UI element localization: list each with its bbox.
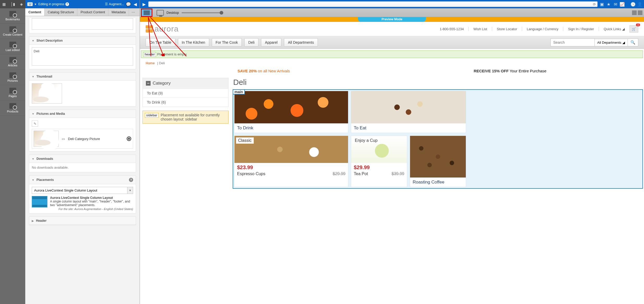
category-box: −Category To Eat (9) To Drink (6) bbox=[143, 78, 228, 107]
expand-right-icon[interactable]: ▶ bbox=[141, 2, 147, 7]
clock-icon[interactable]: 🕓 bbox=[630, 2, 636, 7]
toolbar-icon[interactable] bbox=[632, 10, 637, 15]
promo-bar: SAVE 20% on all New Arrivals RECEIVE 15%… bbox=[140, 67, 644, 75]
rail-create-content[interactable]: Create Content bbox=[0, 24, 25, 39]
preview-mode-chip: Preview Mode bbox=[358, 17, 426, 22]
doc-badge[interactable]: 12 bbox=[27, 2, 33, 6]
section-pictures-media: ▼Pictures and Media ✎ ▭ Deli Category Pi… bbox=[29, 110, 136, 151]
editor-topbar: 12 ▾ Editing in progress ? ☰ Augment... … bbox=[25, 0, 140, 8]
viewport-bar: Desktop bbox=[140, 8, 644, 17]
edit-icon[interactable]: ✎ bbox=[32, 121, 38, 127]
link-signin[interactable]: Sign In / Register bbox=[568, 27, 594, 31]
tabs-more[interactable]: ⋯ bbox=[129, 8, 138, 16]
placement-highlight-toggle[interactable] bbox=[141, 9, 152, 17]
layout-icon bbox=[32, 196, 47, 207]
search-category[interactable]: All Departments ◢ bbox=[595, 39, 628, 46]
placement-sidebar[interactable]: sidebarPlacement not available for curre… bbox=[143, 111, 228, 124]
card-roasting[interactable]: Roasting Coffee bbox=[410, 136, 466, 187]
crumb-home[interactable]: Home bbox=[146, 61, 155, 65]
media-item[interactable]: ▭ Deli Category Picture bbox=[32, 129, 133, 149]
link-storelocator[interactable]: Store Locator bbox=[497, 27, 517, 31]
collapse-left-icon[interactable]: ◀ bbox=[133, 2, 138, 7]
preview-panel: ▶ ⟳ ▣ ★ ✉ 📈 🕓 👤 Desktop Preview Mode bbox=[140, 0, 644, 304]
rail-products[interactable]: Products bbox=[0, 100, 25, 116]
collapse-icon[interactable]: − bbox=[146, 81, 151, 86]
nav-for-the-cook[interactable]: For The Cook bbox=[212, 38, 242, 47]
cat-to-drink[interactable]: To Drink (6) bbox=[143, 98, 228, 107]
tab-product-content[interactable]: Product Content bbox=[77, 8, 108, 16]
left-rail: ▦│▮◈ Bookmarks Create Content Last edite… bbox=[0, 0, 25, 304]
mail-icon[interactable]: ✉ bbox=[613, 2, 618, 7]
layout-select[interactable]: ▼ bbox=[32, 187, 133, 194]
short-desc-field[interactable]: Deli bbox=[32, 47, 133, 66]
device-icon[interactable]: ▣ bbox=[599, 2, 604, 7]
section-thumbnail: ▼Thumbnail bbox=[29, 72, 136, 106]
nav-deli[interactable]: Deli bbox=[244, 38, 258, 47]
chevron-down-icon[interactable]: ▼ bbox=[127, 187, 133, 194]
zoom-slider[interactable] bbox=[182, 12, 223, 13]
preview-toolbar: ▶ ⟳ ▣ ★ ✉ 📈 🕓 👤 bbox=[140, 0, 644, 8]
product-teapot[interactable]: Enjoy a Cup $29.99 Tea Pot$39.99 bbox=[351, 136, 407, 187]
section-header: ▶Header bbox=[29, 217, 136, 225]
tab-metadata[interactable]: Metadata bbox=[108, 8, 129, 16]
rail-last-edited[interactable]: Last edited bbox=[0, 39, 25, 54]
section-downloads: ▼Downloads No downloads available. bbox=[29, 155, 136, 172]
card-to-eat[interactable]: To Eat bbox=[351, 91, 466, 133]
rail-bookmarks[interactable]: Bookmarks bbox=[0, 8, 25, 24]
nav-all-departments[interactable]: All Departments bbox=[284, 38, 318, 47]
editor-tabs: Content Catalog Structure Product Conten… bbox=[25, 8, 140, 16]
nav-bar: On The Table In The Kitchen For The Cook… bbox=[140, 36, 644, 49]
card-to-drink[interactable]: To Drink bbox=[234, 91, 348, 133]
search-button[interactable]: 🔍 bbox=[628, 39, 638, 46]
tab-content[interactable]: Content bbox=[25, 8, 45, 16]
long-desc-field[interactable] bbox=[32, 18, 133, 30]
link-quicklinks[interactable]: Quick Links ◢ bbox=[604, 27, 625, 31]
globe-icon bbox=[127, 136, 131, 141]
desktop-icon[interactable] bbox=[157, 10, 164, 16]
chart-icon[interactable]: 📈 bbox=[620, 2, 625, 7]
search-input[interactable] bbox=[550, 39, 595, 46]
cat-to-eat[interactable]: To Eat (9) bbox=[143, 88, 228, 98]
link-wishlist[interactable]: Wish List bbox=[473, 27, 487, 31]
breadcrumb: Home | Deli bbox=[140, 60, 644, 67]
link-language[interactable]: Language / Currency bbox=[527, 27, 558, 31]
rail-pages[interactable]: Pages bbox=[0, 85, 25, 100]
product-espresso[interactable]: Classic $23.99 Espresso Cups$29.99 bbox=[234, 136, 348, 187]
url-bar[interactable]: ⟳ bbox=[148, 1, 598, 7]
placement-main[interactable]: main To Drink To Eat Classic $23.99 Espr… bbox=[233, 89, 643, 189]
reload-icon[interactable]: ⟳ bbox=[593, 2, 596, 6]
site-logo[interactable]: aurora bbox=[146, 24, 179, 33]
site-header: aurora 1-800-555-1234 Wish List Store Lo… bbox=[140, 22, 644, 36]
rail-pictures[interactable]: Pictures bbox=[0, 70, 25, 85]
editing-status: Editing in progress ? bbox=[38, 2, 69, 6]
phone: 1-800-555-1234 bbox=[440, 27, 464, 31]
thumbnail-image[interactable] bbox=[32, 83, 62, 104]
rail-top-icons[interactable]: ▦│▮◈ bbox=[0, 0, 25, 8]
help-icon[interactable]: ? bbox=[129, 178, 133, 182]
section-placements: ▼Placements? ▼ Aurora LiveContext Single… bbox=[29, 175, 136, 213]
rail-articles[interactable]: Articles bbox=[0, 54, 25, 70]
comment-icon[interactable]: 💬 bbox=[126, 2, 131, 7]
placement-header[interactable]: headerPlacement is empty bbox=[141, 50, 643, 58]
nav-in-the-kitchen[interactable]: In The Kitchen bbox=[178, 38, 209, 47]
augment-button[interactable]: ☰ Augment... bbox=[105, 2, 124, 6]
tab-catalog-structure[interactable]: Catalog Structure bbox=[45, 8, 77, 16]
star-icon[interactable]: ★ bbox=[606, 2, 611, 7]
page-title: Deli bbox=[233, 78, 643, 87]
editor-panel: 12 ▾ Editing in progress ? ☰ Augment... … bbox=[25, 0, 140, 304]
section-short-description: ▼Short Description Deli bbox=[29, 36, 136, 69]
toolbar-icon[interactable] bbox=[638, 10, 642, 15]
help-icon[interactable]: ? bbox=[65, 2, 69, 6]
nav-on-the-table[interactable]: On The Table bbox=[146, 38, 175, 47]
user-icon[interactable]: 👤 bbox=[637, 2, 642, 7]
nav-apparel[interactable]: Apparel bbox=[261, 38, 281, 47]
cart-button[interactable]: 🛒0 bbox=[629, 25, 638, 33]
